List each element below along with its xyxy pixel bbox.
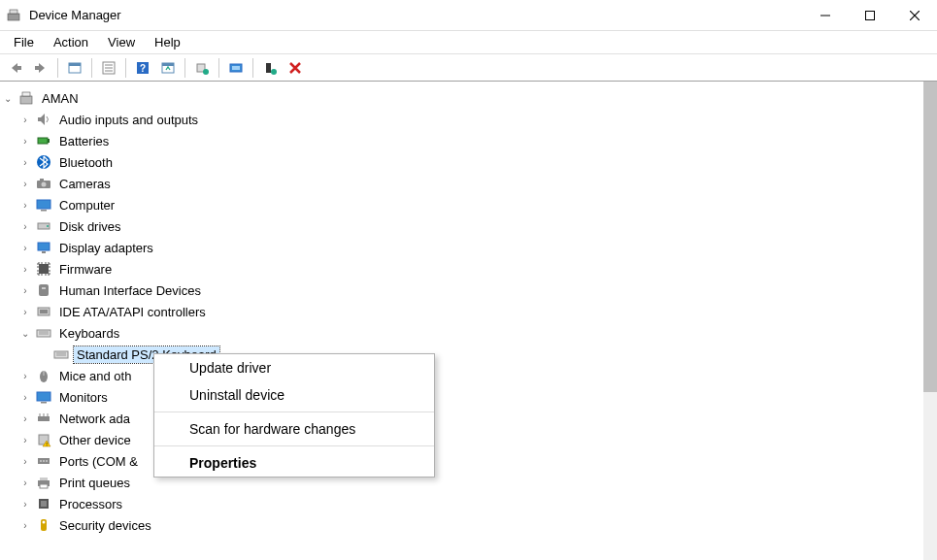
tree-category-label: Keyboards (56, 325, 122, 342)
svg-rect-36 (40, 310, 48, 313)
chevron-right-icon[interactable]: › (17, 478, 33, 488)
tree-category[interactable]: ›Human Interface Devices (0, 280, 921, 301)
chevron-down-icon[interactable]: ⌄ (0, 93, 16, 104)
menubar: File Action View Help (0, 31, 937, 54)
svg-rect-31 (42, 251, 46, 253)
svg-point-49 (46, 460, 48, 462)
disk-icon (35, 217, 52, 235)
svg-rect-30 (38, 243, 50, 250)
tree-category[interactable]: ›Display adapters (0, 237, 921, 258)
context-menu-uninstall-device[interactable]: Uninstall device (154, 381, 434, 409)
device-tree[interactable]: ⌄AMAN›Audio inputs and outputs›Batteries… (0, 87, 921, 560)
tree-category[interactable]: ›Disk drives (0, 215, 921, 237)
maximize-button[interactable] (848, 0, 892, 31)
toolbar-update-button[interactable] (156, 57, 180, 79)
chevron-right-icon[interactable]: › (17, 371, 33, 381)
tree-root[interactable]: ⌄AMAN (0, 87, 921, 109)
tree-device[interactable]: Standard PS/2 Keyboard (0, 344, 921, 365)
tree-category[interactable]: ›Monitors (0, 386, 921, 408)
tree-category[interactable]: ›Security devices (0, 514, 921, 536)
chevron-right-icon[interactable]: › (17, 243, 33, 253)
svg-rect-4 (35, 66, 40, 70)
context-menu-update-driver[interactable]: Update driver (154, 354, 434, 381)
toolbar-show-hide-button[interactable] (63, 57, 86, 79)
toolbar-uninstall-button[interactable] (284, 57, 307, 79)
toolbar-scan-button[interactable] (224, 57, 248, 79)
tree-category[interactable]: ›Print queues (0, 472, 921, 493)
tree-category[interactable]: ›Batteries (0, 130, 921, 151)
scrollbar-thumb[interactable] (923, 82, 937, 392)
svg-rect-1 (10, 10, 17, 14)
context-menu-properties[interactable]: Properties (154, 449, 434, 477)
chevron-right-icon[interactable]: › (17, 307, 33, 317)
context-menu: Update driver Uninstall device Scan for … (153, 353, 435, 478)
toolbar-back-button[interactable] (4, 57, 27, 79)
chevron-right-icon[interactable]: › (17, 264, 33, 275)
svg-rect-51 (40, 478, 48, 480)
tree-category[interactable]: ›Processors (0, 493, 921, 514)
toolbar-forward-button[interactable] (29, 57, 52, 79)
chevron-right-icon[interactable]: › (17, 520, 33, 531)
svg-rect-54 (41, 501, 47, 507)
toolbar-enable-button[interactable] (258, 57, 282, 79)
menu-help[interactable]: Help (145, 33, 190, 51)
tree-category[interactable]: ›Computer (0, 194, 921, 215)
context-menu-scan-hardware[interactable]: Scan for hardware changes (154, 415, 434, 443)
chevron-right-icon[interactable]: › (17, 200, 33, 211)
tree-category-label: Network ada (56, 411, 133, 427)
camera-icon (35, 175, 52, 192)
tree-category-label: Bluetooth (56, 154, 116, 171)
tree-category-label: Display adapters (56, 240, 156, 256)
audio-icon (35, 111, 52, 128)
svg-rect-38 (54, 351, 68, 358)
tree-category-label: Processors (56, 496, 125, 512)
chevron-right-icon[interactable]: › (17, 179, 33, 189)
toolbar-properties-button[interactable] (97, 57, 120, 79)
menu-file[interactable]: File (4, 33, 44, 51)
keyboard-icon (52, 346, 70, 363)
chevron-right-icon[interactable]: › (17, 136, 33, 147)
svg-rect-41 (41, 402, 47, 404)
computer-icon (35, 196, 52, 214)
toolbar-update-driver-button[interactable] (190, 57, 214, 79)
minimize-button[interactable] (803, 0, 848, 31)
tree-category[interactable]: ›Cameras (0, 173, 921, 194)
chevron-right-icon[interactable]: › (17, 221, 33, 232)
chevron-right-icon[interactable]: › (17, 435, 33, 445)
tree-category[interactable]: ›!Other device (0, 429, 921, 450)
device-manager-icon (6, 8, 21, 23)
tree-category[interactable]: ›Bluetooth (0, 151, 921, 173)
tree-category-label: Security devices (56, 517, 154, 534)
tree-category[interactable]: ›IDE ATA/ATAPI controllers (0, 301, 921, 322)
vertical-scrollbar[interactable] (923, 82, 937, 560)
tree-category[interactable]: ⌄Keyboards (0, 322, 921, 344)
tree-category-label: Computer (56, 197, 117, 214)
chevron-right-icon[interactable]: › (17, 115, 33, 125)
chevron-right-icon[interactable]: › (17, 157, 33, 168)
chevron-down-icon[interactable]: ⌄ (17, 328, 33, 339)
chevron-right-icon[interactable]: › (17, 499, 33, 510)
tree-category-label: Other device (56, 432, 134, 448)
display-icon (35, 239, 52, 256)
chevron-right-icon[interactable]: › (17, 456, 33, 467)
computer-root-icon (17, 89, 35, 107)
tree-category[interactable]: ›Network ada (0, 408, 921, 429)
menu-view[interactable]: View (98, 33, 145, 51)
tree-category[interactable]: ›Mice and oth (0, 365, 921, 386)
printer-icon (35, 474, 52, 491)
svg-rect-52 (40, 484, 48, 488)
keyboard-icon (35, 324, 52, 342)
tree-category[interactable]: ›Audio inputs and outputs (0, 109, 921, 130)
tree-category[interactable]: ›Firmware (0, 258, 921, 280)
svg-point-13 (203, 69, 209, 75)
chevron-right-icon[interactable]: › (17, 285, 33, 296)
toolbar: ? (0, 54, 937, 82)
close-button[interactable] (892, 0, 937, 31)
svg-point-29 (47, 225, 49, 227)
tree-category[interactable]: ›Ports (COM & (0, 450, 921, 472)
chevron-right-icon[interactable]: › (17, 392, 33, 403)
battery-icon (35, 132, 52, 149)
toolbar-help-button[interactable]: ? (131, 57, 154, 79)
chevron-right-icon[interactable]: › (17, 413, 33, 424)
menu-action[interactable]: Action (44, 33, 98, 51)
